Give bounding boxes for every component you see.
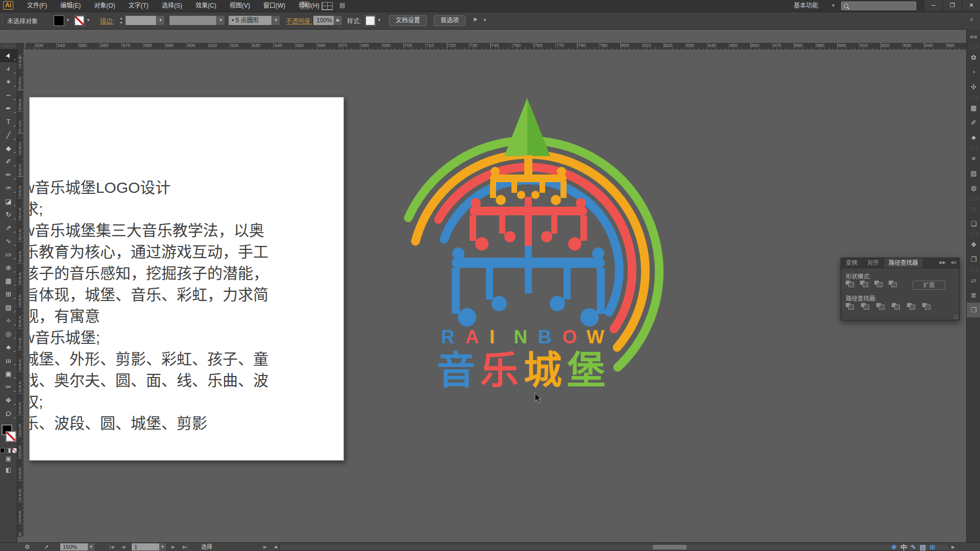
preferences-button[interactable]: 首选项 bbox=[434, 15, 465, 26]
status-settings-icon[interactable]: ⚙ bbox=[24, 543, 30, 551]
blend-tool[interactable]: ◎ bbox=[0, 328, 17, 341]
opacity-label[interactable]: 不透明度: bbox=[286, 16, 312, 25]
status-panel-arrow-icon[interactable]: ▶ bbox=[263, 543, 267, 551]
outline-icon[interactable] bbox=[907, 303, 915, 310]
symbol-sprayer-tool[interactable]: ♣ bbox=[0, 341, 17, 354]
artboards-panel-icon[interactable]: ❐ bbox=[967, 252, 980, 267]
status-export-icon[interactable]: ➚ bbox=[44, 543, 49, 551]
menu-item[interactable]: 编辑(E) bbox=[54, 0, 87, 12]
menu-item[interactable]: 文字(T) bbox=[122, 0, 155, 12]
stroke-dropdown-icon[interactable]: ▼ bbox=[85, 16, 91, 24]
brushes-panel-icon[interactable]: ✐ bbox=[967, 115, 980, 130]
shape-builder-tool[interactable]: ⊕ bbox=[0, 261, 17, 274]
menu-item[interactable]: 选择(S) bbox=[155, 0, 189, 12]
mesh-tool[interactable]: ⊞ bbox=[0, 288, 17, 301]
ime-paw-icon[interactable]: ❋ bbox=[891, 543, 897, 551]
control-bar-menu-icon[interactable]: ≡ bbox=[970, 16, 973, 22]
none-chip[interactable] bbox=[12, 448, 17, 453]
stroke-weight-label[interactable]: 描边: bbox=[100, 16, 114, 25]
variable-width-dropdown-icon[interactable]: ▼ bbox=[216, 16, 225, 25]
appearance-panel-icon[interactable]: ◌ bbox=[967, 202, 980, 216]
selection-tool[interactable]: ➤ bbox=[0, 49, 17, 62]
minimize-button[interactable]: ─ bbox=[924, 0, 943, 11]
rotate-tool[interactable]: ↻ bbox=[0, 208, 17, 221]
scale-tool[interactable]: ⇗ bbox=[0, 221, 17, 235]
zoom-level-select[interactable]: 150% bbox=[60, 543, 88, 550]
gradient-tool[interactable]: ▧ bbox=[0, 301, 17, 314]
stroke-color-swatch[interactable] bbox=[75, 16, 84, 26]
trim-icon[interactable] bbox=[861, 303, 869, 310]
divide-icon[interactable] bbox=[846, 303, 854, 310]
perspective-grid-tool[interactable]: ▦ bbox=[0, 274, 17, 288]
ime-pen-icon[interactable]: ✎ bbox=[911, 543, 916, 551]
ime-grid-icon[interactable]: ⊞ bbox=[929, 543, 935, 551]
pointer-options-dropdown-icon[interactable]: ▼ bbox=[482, 16, 488, 24]
chevron-down-icon[interactable]: ▼ bbox=[831, 0, 836, 12]
panel-tab[interactable]: 对齐 bbox=[863, 258, 884, 268]
layers-panel-icon[interactable]: ❖ bbox=[967, 237, 980, 252]
menu-item[interactable]: 对象(O) bbox=[87, 0, 121, 12]
scroll-right-icon[interactable]: ▶ bbox=[951, 544, 955, 550]
free-transform-tool[interactable]: ▭ bbox=[0, 248, 17, 261]
pathfinder-panel-icon[interactable]: ❒ bbox=[967, 303, 980, 317]
zoom-tool[interactable]: Ϙ bbox=[0, 407, 17, 420]
vertical-ruler[interactable]: 3403503603703803904004104204304404504604… bbox=[17, 49, 24, 537]
workspace-icon[interactable]: ▤ bbox=[339, 2, 345, 9]
gradient-panel-icon[interactable]: ▧ bbox=[967, 166, 980, 181]
blob-brush-tool[interactable]: ✑ bbox=[0, 182, 17, 195]
pointer-options-icon[interactable]: ➤ bbox=[473, 16, 478, 23]
merge-icon[interactable] bbox=[876, 303, 885, 310]
stroke-weight-dropdown-icon[interactable]: ▼ bbox=[156, 16, 164, 25]
type-tool[interactable]: T bbox=[0, 115, 17, 129]
panel-expander-icon[interactable]: ▶▶ bbox=[940, 260, 946, 265]
zoom-dropdown-icon[interactable]: ▼ bbox=[88, 543, 94, 550]
pencil-tool[interactable]: ✏ bbox=[0, 168, 17, 182]
tools-panel-grip[interactable] bbox=[4, 44, 13, 47]
panel-tab[interactable]: 路径查找器 bbox=[884, 258, 923, 268]
horizontal-ruler[interactable]: 5305405505605705805906006106206306406506… bbox=[23, 43, 966, 50]
prev-artboard-icon[interactable]: ◀ bbox=[121, 543, 125, 551]
color-chip[interactable] bbox=[0, 448, 5, 453]
artboard-number-input[interactable]: 1 bbox=[132, 543, 159, 550]
document-setup-button[interactable]: 文档设置 bbox=[389, 15, 427, 26]
exclude-icon[interactable] bbox=[889, 281, 897, 287]
menu-item[interactable]: 窗口(W) bbox=[257, 0, 292, 12]
menu-item[interactable]: 视图(V) bbox=[223, 0, 257, 12]
menu-item[interactable]: 效果(C) bbox=[189, 0, 223, 12]
align-panel-icon[interactable]: ≣ bbox=[967, 288, 980, 303]
style-dropdown-icon[interactable]: ▼ bbox=[376, 16, 382, 24]
close-button[interactable]: ✕ bbox=[962, 0, 980, 11]
width-tool[interactable]: ∿ bbox=[0, 235, 17, 248]
restore-button[interactable]: ❐ bbox=[943, 0, 962, 11]
scroll-left-icon[interactable]: ◀ bbox=[274, 544, 277, 550]
collapse-panels-icon[interactable]: «« bbox=[967, 29, 980, 44]
slice-tool[interactable]: ✂ bbox=[0, 381, 17, 394]
intersect-icon[interactable] bbox=[874, 281, 883, 287]
gradient-chip[interactable] bbox=[6, 448, 11, 453]
ime-keyboard-icon[interactable]: ▤ bbox=[920, 543, 926, 551]
symbols-panel-icon[interactable]: ♣ bbox=[967, 130, 980, 145]
artboard-dropdown-icon[interactable]: ▼ bbox=[159, 543, 166, 550]
ruler-corner[interactable] bbox=[17, 43, 24, 50]
first-artboard-icon[interactable]: |◀ bbox=[109, 543, 114, 551]
panel-resize-handle[interactable] bbox=[954, 315, 958, 319]
ime-lang-icon[interactable]: 中 bbox=[900, 543, 907, 551]
next-artboard-icon[interactable]: ▶ bbox=[172, 543, 175, 551]
paintbrush-tool[interactable]: ✐ bbox=[0, 155, 17, 168]
fill-dropdown-icon[interactable]: ▼ bbox=[65, 16, 71, 24]
color-guide-panel-icon[interactable]: ◔ bbox=[967, 65, 980, 80]
fill-color-swatch[interactable] bbox=[54, 16, 64, 26]
lasso-tool[interactable]: ∽ bbox=[0, 89, 17, 102]
stroke-stepper[interactable]: ▲▼ bbox=[118, 16, 124, 25]
workspace-switcher[interactable]: 基本功能 bbox=[794, 0, 818, 12]
minus-back-icon[interactable] bbox=[922, 303, 930, 310]
line-segment-tool[interactable]: ╱ bbox=[0, 129, 17, 142]
horizontal-scrollbar-thumb[interactable] bbox=[653, 545, 687, 549]
magic-wand-tool[interactable]: ✶ bbox=[0, 76, 17, 89]
color-panel-icon[interactable]: ✿ bbox=[967, 50, 980, 65]
panel-tab[interactable]: 变换 bbox=[841, 258, 863, 268]
shape-tool[interactable]: ◆ bbox=[0, 142, 17, 155]
expand-button[interactable]: 扩展 bbox=[913, 281, 945, 290]
artboard-tool[interactable]: ▣ bbox=[0, 367, 17, 381]
variable-width-profile-select[interactable] bbox=[169, 16, 223, 25]
